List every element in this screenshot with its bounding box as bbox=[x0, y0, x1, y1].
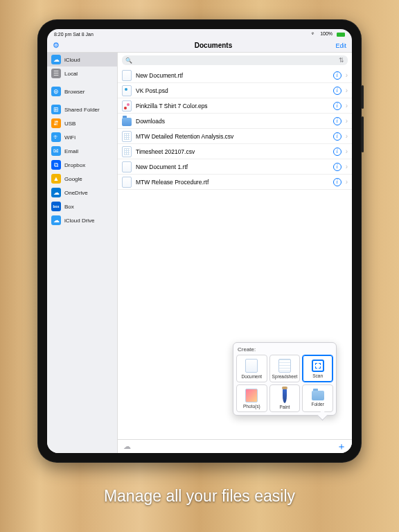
sidebar-item-browser[interactable]: ⊜Browser bbox=[47, 85, 117, 98]
sidebar-item-label: Shared Folder bbox=[64, 107, 100, 113]
edit-button[interactable]: Edit bbox=[335, 42, 346, 49]
sort-icon[interactable]: ⇅ bbox=[339, 57, 344, 64]
create-popover: Create: DocumentSpreadsheetScanPhoto(s)P… bbox=[233, 342, 337, 416]
file-row[interactable]: VK Post.psdi› bbox=[118, 83, 352, 98]
chevron-right-icon: › bbox=[346, 163, 348, 170]
file-row[interactable]: Timesheet 202107.csvi› bbox=[118, 144, 352, 159]
device-button bbox=[362, 85, 364, 109]
settings-icon[interactable]: ⚙ bbox=[53, 41, 60, 50]
sidebar-item-label: OneDrive bbox=[64, 190, 88, 196]
info-icon[interactable]: i bbox=[333, 117, 342, 125]
file-row[interactable]: MTW Detailed Retention Analysis.csvi› bbox=[118, 129, 352, 144]
app-body: ☁iCloud☰Local⊜Browser⊞Shared Folder⇵USBᯤ… bbox=[47, 53, 352, 453]
chevron-right-icon: › bbox=[346, 148, 348, 155]
create-spreadsheet-button[interactable]: Spreadsheet bbox=[269, 355, 301, 382]
sidebar-item-icloud-drive[interactable]: ☁iCloud Drive bbox=[47, 213, 117, 227]
file-name: New Document 1.rtf bbox=[136, 163, 329, 170]
info-icon[interactable]: i bbox=[333, 71, 342, 80]
file-icon bbox=[122, 146, 132, 157]
chevron-right-icon: › bbox=[346, 71, 348, 79]
sidebar-item-label: Browser bbox=[64, 89, 85, 95]
sidebar-item-label: Email bbox=[64, 148, 78, 154]
file-icon bbox=[122, 100, 132, 112]
sidebar-item-wifi[interactable]: ᯤWiFi bbox=[47, 130, 117, 144]
search-bar[interactable]: 🔍 ⇅ bbox=[122, 55, 348, 65]
info-icon[interactable]: i bbox=[333, 178, 342, 186]
sidebar: ☁iCloud☰Local⊜Browser⊞Shared Folder⇵USBᯤ… bbox=[47, 53, 118, 453]
file-row[interactable]: New Document 1.rtfi› bbox=[118, 159, 352, 175]
status-right: ᯤ 100% bbox=[308, 31, 345, 36]
create-scan-button[interactable]: Scan bbox=[302, 355, 333, 382]
info-icon[interactable]: i bbox=[333, 132, 342, 141]
file-name: Downloads bbox=[136, 118, 329, 125]
promo-caption: Manage all your files easily bbox=[0, 487, 399, 506]
add-button[interactable]: ＋ bbox=[337, 441, 346, 453]
toolbar-bottom: ☁ ＋ bbox=[118, 439, 352, 453]
paint-icon bbox=[283, 388, 287, 403]
sidebar-item-box[interactable]: boxBox bbox=[47, 200, 117, 213]
file-name: Pinkzilla T Shirt 7 Color.eps bbox=[136, 103, 329, 109]
sidebar-icon: ✉ bbox=[51, 146, 61, 156]
sidebar-item-google[interactable]: ▲Google bbox=[47, 172, 117, 186]
status-bar: 8:20 pm Sat 8 Jan ᯤ 100% bbox=[47, 29, 352, 39]
sidebar-icon: ☰ bbox=[51, 69, 61, 78]
sidebar-item-label: Google bbox=[64, 176, 82, 182]
file-name: MTW Detailed Retention Analysis.csv bbox=[136, 133, 329, 140]
file-name: MTW Release Procedure.rtf bbox=[136, 179, 329, 186]
sidebar-item-label: WiFi bbox=[64, 134, 76, 141]
info-icon[interactable]: i bbox=[333, 148, 342, 156]
file-row[interactable]: MTW Release Procedure.rtfi› bbox=[118, 175, 352, 190]
sidebar-item-label: USB bbox=[64, 121, 76, 127]
file-name: Timesheet 202107.csv bbox=[136, 148, 329, 155]
sidebar-item-label: Local bbox=[64, 71, 78, 77]
sidebar-item-local[interactable]: ☰Local bbox=[47, 66, 117, 80]
file-row[interactable]: Pinkzilla T Shirt 7 Color.epsi› bbox=[118, 98, 352, 114]
file-row[interactable]: Downloadsi› bbox=[118, 114, 352, 129]
create-paint-button[interactable]: Paint bbox=[269, 384, 301, 412]
sidebar-item-label: Box bbox=[64, 204, 74, 210]
file-icon bbox=[122, 177, 132, 188]
chevron-right-icon: › bbox=[346, 102, 348, 109]
file-icon bbox=[122, 131, 132, 142]
scan-icon bbox=[312, 360, 324, 372]
search-icon: 🔍 bbox=[125, 57, 132, 64]
ipad-frame: 8:20 pm Sat 8 Jan ᯤ 100% ⚙ Documents Edi… bbox=[37, 19, 362, 463]
create-photo-s--button[interactable]: Photo(s) bbox=[236, 384, 267, 412]
create-button-label: Paint bbox=[280, 405, 290, 409]
sidebar-icon: ☁ bbox=[51, 188, 61, 197]
chevron-right-icon: › bbox=[346, 132, 348, 140]
create-folder-button[interactable]: Folder bbox=[302, 384, 333, 412]
sidebar-icon: ⧉ bbox=[51, 160, 61, 170]
sidebar-item-onedrive[interactable]: ☁OneDrive bbox=[47, 186, 117, 200]
info-icon[interactable]: i bbox=[333, 163, 342, 171]
sidebar-item-email[interactable]: ✉Email bbox=[47, 144, 117, 158]
sidebar-item-icloud[interactable]: ☁iCloud bbox=[47, 53, 117, 66]
battery-icon bbox=[337, 33, 345, 37]
cloud-sync-icon[interactable]: ☁ bbox=[123, 442, 131, 451]
info-icon[interactable]: i bbox=[333, 102, 342, 110]
file-row[interactable]: New Document.rtfi› bbox=[118, 68, 352, 83]
folder-icon bbox=[312, 391, 324, 400]
sidebar-item-label: iCloud bbox=[64, 57, 80, 63]
create-button-label: Photo(s) bbox=[243, 404, 260, 409]
create-grid: DocumentSpreadsheetScanPhoto(s)PaintFold… bbox=[236, 355, 333, 412]
sidebar-icon: ⇵ bbox=[51, 118, 61, 128]
status-time: 8:20 pm Sat 8 Jan bbox=[54, 32, 94, 37]
create-document-button[interactable]: Document bbox=[236, 355, 267, 382]
create-header: Create: bbox=[238, 346, 332, 353]
sidebar-icon: ⊞ bbox=[51, 105, 61, 114]
sidebar-item-dropbox[interactable]: ⧉Dropbox bbox=[47, 158, 117, 172]
page-title: Documents bbox=[167, 42, 232, 49]
sidebar-item-shared-folder[interactable]: ⊞Shared Folder bbox=[47, 103, 117, 116]
sidebar-item-usb[interactable]: ⇵USB bbox=[47, 116, 117, 130]
doc-icon bbox=[245, 359, 258, 373]
nav-bar: ⚙ Documents Edit bbox=[47, 39, 352, 53]
sidebar-icon: ☁ bbox=[51, 215, 61, 225]
sidebar-item-label: iCloud Drive bbox=[64, 218, 95, 224]
create-button-label: Document bbox=[242, 374, 263, 379]
device-button bbox=[362, 116, 364, 152]
info-icon[interactable]: i bbox=[333, 87, 342, 95]
app-screen: 8:20 pm Sat 8 Jan ᯤ 100% ⚙ Documents Edi… bbox=[47, 29, 352, 453]
sidebar-icon: ☁ bbox=[51, 55, 61, 64]
sidebar-icon: box bbox=[51, 202, 61, 211]
